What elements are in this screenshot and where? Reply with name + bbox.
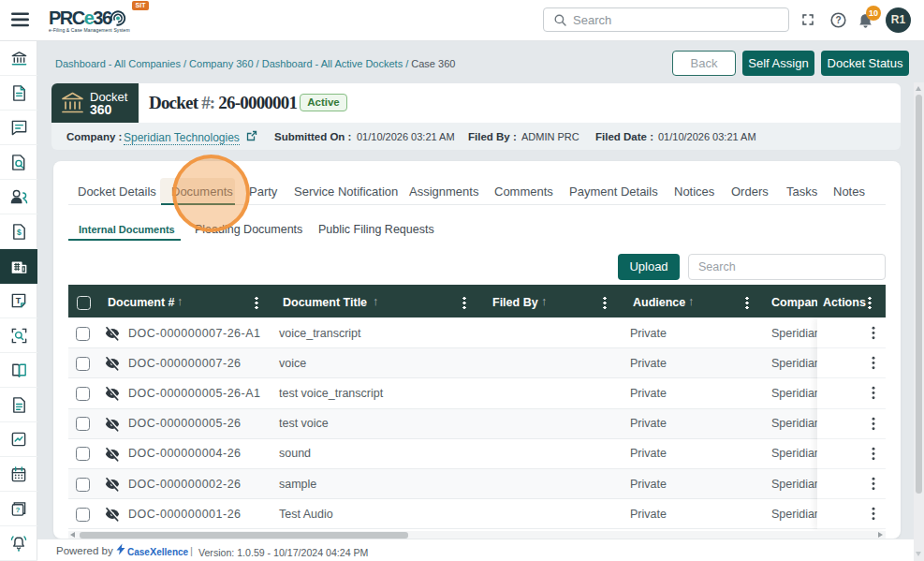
svg-text:T: T	[16, 296, 22, 305]
svg-text:$: $	[17, 228, 22, 237]
svg-text:?: ?	[16, 506, 21, 514]
svg-text:?: ?	[835, 15, 841, 25]
